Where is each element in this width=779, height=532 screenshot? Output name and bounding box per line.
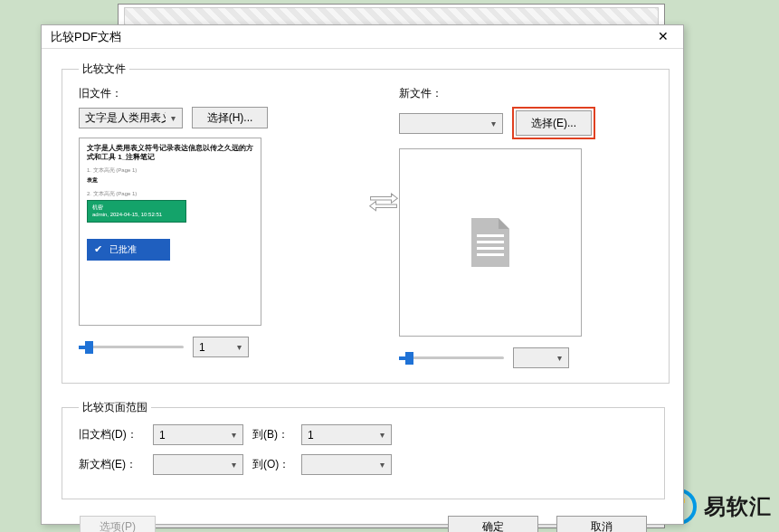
stamp-green-line1: 机密 <box>92 204 181 211</box>
old-doc-to-dropdown[interactable]: 1 ▾ <box>301 424 392 445</box>
new-file-preview <box>399 148 582 337</box>
new-doc-to-dropdown[interactable]: ▾ <box>301 454 392 475</box>
chevron-down-icon: ▾ <box>226 430 241 440</box>
dialog-footer: 选项(P) 确定 取消 <box>62 516 665 532</box>
document-icon <box>471 218 509 267</box>
preview-annot-2: 2. 文本高亮 (Page 1) <box>87 190 253 198</box>
titlebar: 比较PDF文档 ✕ <box>42 25 683 49</box>
old-file-preview: 文字是人类用表义符号记录表达信息以传之久远的方式和工具 1_注释笔记 1. 文本… <box>79 138 261 326</box>
preview-annot-1: 1. 文本高亮 (Page 1) <box>87 166 253 175</box>
stamp-confidential: 机密 admin, 2024-04-15, 10:52:51 <box>87 200 186 223</box>
old-doc-label: 旧文档(D)： <box>79 427 144 442</box>
old-doc-from-dropdown[interactable]: 1 ▾ <box>153 424 243 445</box>
brand-text: 易软汇 <box>704 492 772 521</box>
chevron-down-icon: ▾ <box>166 113 180 123</box>
chevron-down-icon: ▾ <box>375 460 389 470</box>
old-file-page-value: 1 <box>199 341 232 354</box>
compare-files-legend: 比较文件 <box>79 62 129 77</box>
old-file-dropdown[interactable]: 文字是人类用表义符 ▾ <box>79 108 183 128</box>
check-icon: ✔ <box>94 243 102 255</box>
ok-button[interactable]: 确定 <box>448 516 538 532</box>
to-label-o: 到(O)： <box>252 457 292 472</box>
stamp-blue-text: 已批准 <box>109 243 137 256</box>
new-file-page-dropdown[interactable]: ▾ <box>513 347 569 368</box>
old-file-dropdown-value: 文字是人类用表义符 <box>85 110 166 126</box>
chevron-down-icon: ▾ <box>552 353 566 363</box>
old-file-zoom-slider[interactable] <box>79 338 184 356</box>
dialog-content: 比较文件 旧文件： 文字是人类用表义符 ▾ 选择(H)... 文字是人类用表义符… <box>42 49 683 532</box>
swap-arrows-icon <box>368 109 399 299</box>
options-button[interactable]: 选项(P) <box>80 516 156 532</box>
stamp-green-line2: admin, 2024-04-15, 10:52:51 <box>92 211 181 218</box>
old-doc-to-value: 1 <box>308 429 375 442</box>
old-file-page-dropdown[interactable]: 1 ▾ <box>193 337 249 357</box>
chevron-down-icon: ▾ <box>226 460 241 470</box>
old-file-label: 旧文件： <box>79 86 332 101</box>
new-file-select-highlight: 选择(E)... <box>512 107 595 139</box>
dialog-title: 比较PDF文档 <box>51 29 649 45</box>
new-doc-from-dropdown[interactable]: ▾ <box>153 454 243 475</box>
new-file-dropdown[interactable]: ▾ <box>399 113 503 134</box>
new-file-column: 新文件： ▾ 选择(E)... <box>399 86 652 368</box>
old-file-select-button[interactable]: 选择(H)... <box>192 107 268 128</box>
close-icon[interactable]: ✕ <box>649 27 678 47</box>
new-file-zoom-slider[interactable] <box>399 349 504 367</box>
page-range-group: 比较页面范围 旧文档(D)： 1 ▾ 到(B)： 1 ▾ 新文档(E)： ▾ <box>62 400 665 499</box>
chevron-down-icon: ▾ <box>486 119 500 128</box>
to-label-b: 到(B)： <box>252 427 292 442</box>
chevron-down-icon: ▾ <box>232 342 246 352</box>
stamp-approved: ✔ 已批准 <box>87 239 170 261</box>
chevron-down-icon: ▾ <box>375 430 389 440</box>
preview-annot-1b: 表意 <box>87 176 253 185</box>
preview-title: 文字是人类用表义符号记录表达信息以传之久远的方式和工具 1_注释笔记 <box>87 144 253 163</box>
page-range-legend: 比较页面范围 <box>79 400 151 415</box>
compare-files-group: 比较文件 旧文件： 文字是人类用表义符 ▾ 选择(H)... 文字是人类用表义符… <box>62 62 670 384</box>
compare-pdf-dialog: 比较PDF文档 ✕ 比较文件 旧文件： 文字是人类用表义符 ▾ 选择(H)... <box>41 24 684 525</box>
old-file-column: 旧文件： 文字是人类用表义符 ▾ 选择(H)... 文字是人类用表义符号记录表达… <box>79 86 332 357</box>
new-file-label: 新文件： <box>399 86 652 101</box>
old-doc-from-value: 1 <box>159 429 226 442</box>
new-doc-label: 新文档(E)： <box>79 457 144 472</box>
cancel-button[interactable]: 取消 <box>556 516 647 532</box>
new-file-select-button[interactable]: 选择(E)... <box>516 110 592 136</box>
